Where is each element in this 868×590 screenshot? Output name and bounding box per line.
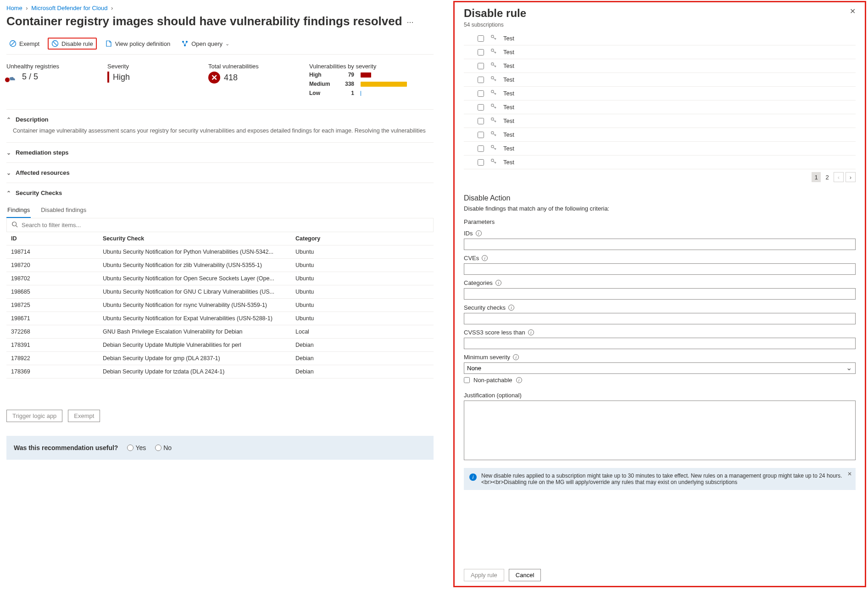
disable-rule-button[interactable]: Disable rule [48,38,97,50]
subscription-name: Test [503,49,514,56]
info-icon[interactable]: i [508,305,514,311]
subscription-row[interactable]: Test [464,45,856,59]
subscription-row[interactable]: Test [464,87,856,100]
info-icon[interactable]: i [495,280,501,286]
col-category[interactable]: Category [291,232,434,245]
trigger-logic-app-button[interactable]: Trigger logic app [6,410,62,422]
table-row[interactable]: 198725Ubuntu Security Notification for r… [6,299,434,312]
info-icon[interactable]: i [516,377,522,383]
breadcrumb-home[interactable]: Home [6,5,22,11]
categories-input[interactable] [464,288,856,300]
cves-input[interactable] [464,263,856,275]
ids-input[interactable] [464,239,856,250]
subscription-row[interactable]: Test [464,128,856,142]
findings-table: ID Security Check Category 198714Ubuntu … [6,232,434,378]
table-row[interactable]: 178391Debian Security Update Multiple Vu… [6,339,434,352]
metric-label: Severity [107,63,172,70]
info-icon[interactable]: i [513,354,519,360]
table-row[interactable]: 198714Ubuntu Security Notification for P… [6,245,434,259]
subscription-row[interactable]: Test [464,156,856,169]
exempt-button[interactable]: Exempt [6,39,42,49]
subscription-checkbox[interactable] [478,77,484,83]
section-toggle[interactable]: ⌄ Affected resources [6,167,434,179]
col-id[interactable]: ID [6,232,98,245]
severity-bar [361,82,420,87]
cell-category: Debian [291,365,434,378]
cell-security-check: Ubuntu Security Notification for zlib Vu… [98,259,291,272]
more-icon[interactable]: ··· [407,17,414,32]
cvss-label: CVSS3 score less than [464,329,525,336]
subscription-row[interactable]: Test [464,142,856,156]
cell-category: Ubuntu [291,259,434,272]
dismiss-banner-icon[interactable]: ✕ [847,471,852,477]
metric-unhealthy-registries: Unhealthy registries ☁ 5 / 5 [6,63,71,99]
min-severity-label: Minimum severity [464,354,510,361]
subscription-name: Test [503,62,514,69]
open-query-button[interactable]: Open query ⌄ [178,39,232,49]
apply-rule-button[interactable]: Apply rule [464,569,504,581]
table-row[interactable]: 198720Ubuntu Security Notification for z… [6,259,434,272]
cell-security-check: Ubuntu Security Notification for Python … [98,245,291,259]
info-icon[interactable]: i [528,329,534,335]
page-2[interactable]: 2 [823,172,832,182]
page-prev[interactable]: ‹ [834,172,844,182]
breadcrumb-defender[interactable]: Microsoft Defender for Cloud [31,5,107,11]
non-patchable-checkbox[interactable] [464,377,470,383]
table-row[interactable]: 198671Ubuntu Security Notification for E… [6,312,434,325]
table-row[interactable]: 198702Ubuntu Security Notification for O… [6,272,434,285]
subscription-checkbox[interactable] [478,49,484,56]
cancel-button[interactable]: Cancel [509,569,541,581]
table-row[interactable]: 178369Debian Security Update for tzdata … [6,365,434,378]
subscription-checkbox[interactable] [478,132,484,138]
section-toggle[interactable]: ⌃ Description [6,113,434,126]
section-toggle[interactable]: ⌃ Security Checks [6,187,434,199]
severity-count: 1 [340,90,354,96]
exempt-button-footer[interactable]: Exempt [68,410,100,422]
page-1[interactable]: 1 [812,172,821,182]
table-row[interactable]: 178922Debian Security Update for gmp (DL… [6,352,434,365]
severity-count: 79 [340,72,354,78]
subscription-checkbox[interactable] [478,118,484,124]
subscription-checkbox[interactable] [478,104,484,111]
metric-value: 5 / 5 [22,72,38,82]
key-icon [490,158,497,166]
subscription-row[interactable]: Test [464,73,856,87]
info-icon[interactable]: i [476,230,482,236]
col-security-check[interactable]: Security Check [98,232,291,245]
min-severity-select[interactable]: None [464,362,856,374]
subscription-checkbox[interactable] [478,90,484,97]
tab-disabled-findings[interactable]: Disabled findings [40,204,87,218]
feedback-yes[interactable]: Yes [127,444,146,451]
subscription-row[interactable]: Test [464,32,856,45]
exempt-label: Exempt [19,40,39,47]
security-checks-label: Security checks [464,304,506,311]
subscription-name: Test [503,35,514,42]
subscription-row[interactable]: Test [464,114,856,128]
view-policy-button[interactable]: View policy definition [102,39,173,49]
subscription-checkbox[interactable] [478,159,484,166]
subscription-row[interactable]: Test [464,59,856,73]
subscription-checkbox[interactable] [478,145,484,152]
table-row[interactable]: 372268GNU Bash Privilege Escalation Vuln… [6,325,434,339]
table-row[interactable]: 198685Ubuntu Security Notification for G… [6,285,434,299]
search-input[interactable] [22,222,428,228]
security-checks-input[interactable] [464,313,856,324]
info-icon[interactable]: i [482,255,488,261]
panel-title: Disable rule [464,7,526,20]
cell-category: Local [291,325,434,339]
key-icon [490,145,497,152]
justification-textarea[interactable] [464,401,856,460]
subscription-checkbox[interactable] [478,63,484,69]
subscription-row[interactable]: Test [464,100,856,114]
close-icon[interactable]: ✕ [850,7,856,16]
section-toggle[interactable]: ⌄ Remediation steps [6,146,434,159]
tab-findings[interactable]: Findings [6,204,31,218]
subscription-checkbox[interactable] [478,35,484,42]
cell-security-check: Ubuntu Security Notification for Expat V… [98,312,291,325]
severity-row: High79 [309,72,420,78]
breadcrumb: Home › Microsoft Defender for Cloud › [6,5,434,11]
key-icon [490,76,497,83]
page-next[interactable]: › [846,172,856,182]
feedback-no[interactable]: No [155,444,172,451]
cvss-input[interactable] [464,338,856,349]
